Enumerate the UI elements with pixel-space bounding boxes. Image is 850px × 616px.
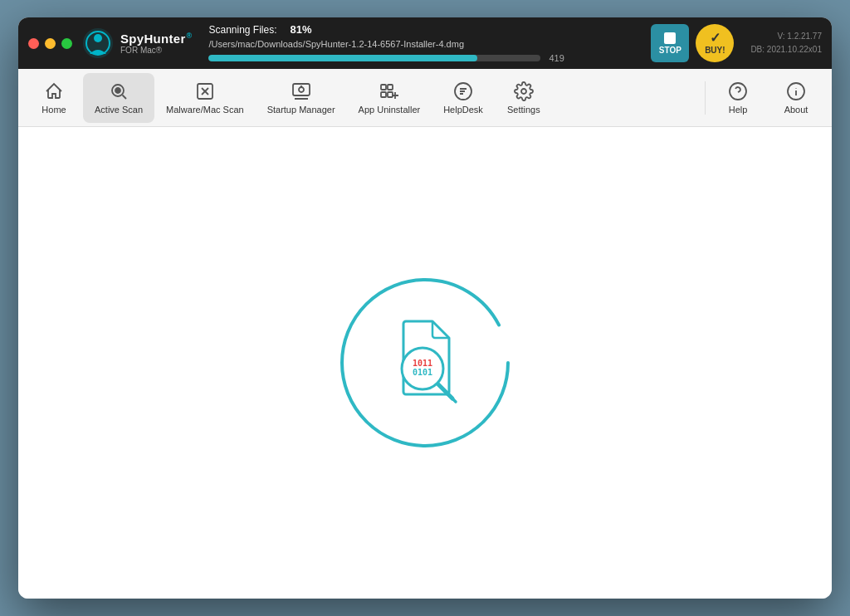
app-uninstaller-icon	[379, 81, 400, 102]
progress-bar-fill	[208, 55, 477, 61]
startup-manager-icon	[291, 81, 312, 102]
settings-icon	[513, 81, 535, 102]
nav-items-left: Home Active Scan	[25, 73, 701, 123]
version-info: V: 1.2.21.77 DB: 2021.10.22x01	[750, 30, 822, 56]
scan-percent: 81%	[291, 23, 312, 36]
scan-document-icon: 1011 0101	[371, 309, 479, 417]
svg-point-5	[115, 88, 120, 93]
svg-point-2	[94, 34, 102, 42]
scanning-label: Scanning Files:	[208, 24, 276, 36]
svg-rect-14	[381, 92, 386, 97]
titlebar-actions: STOP ✓ BUY! V: 1.2.21.77 DB: 2021.10.22x…	[651, 24, 822, 62]
helpdesk-icon	[452, 81, 474, 102]
scan-info: Scanning Files: 81% /Users/mac/Downloads…	[208, 20, 641, 66]
scan-path: /Users/mac/Downloads/SpyHunter-1.2-14-65…	[208, 39, 557, 49]
malware-scan-icon	[194, 81, 216, 102]
stop-label: STOP	[659, 46, 681, 55]
maximize-button[interactable]	[61, 38, 72, 49]
help-label: Help	[729, 105, 748, 115]
active-scan-label: Active Scan	[95, 105, 143, 115]
svg-line-4	[123, 95, 127, 100]
startup-manager-label: Startup Manager	[267, 105, 335, 115]
close-button[interactable]	[28, 38, 39, 49]
help-icon	[727, 81, 749, 102]
sidebar-item-home[interactable]: Home	[25, 73, 83, 123]
svg-point-10	[299, 87, 304, 92]
titlebar: SpyHunter® FOR Mac® Scanning Files: 81% …	[18, 17, 832, 69]
main-content: 1011 0101	[18, 127, 832, 599]
scan-visual: 1011 0101	[330, 267, 520, 458]
sidebar-item-help[interactable]: Help	[709, 73, 767, 123]
helpdesk-label: HelpDesk	[443, 105, 483, 115]
scan-icon-center: 1011 0101	[371, 309, 479, 417]
stop-icon	[664, 32, 676, 44]
spyhunter-logo-icon	[82, 27, 114, 59]
buy-button[interactable]: ✓ BUY!	[696, 24, 734, 62]
svg-point-21	[521, 89, 526, 94]
svg-rect-13	[388, 85, 393, 90]
version-text: V: 1.2.21.77	[750, 30, 822, 43]
home-icon	[43, 81, 65, 102]
db-text: DB: 2021.10.22x01	[750, 43, 822, 56]
scan-circle-outer: 1011 0101	[334, 271, 516, 454]
about-icon	[785, 81, 807, 102]
sidebar-item-app-uninstaller[interactable]: App Uninstaller	[347, 73, 432, 123]
svg-rect-15	[388, 92, 393, 97]
traffic-lights	[28, 38, 72, 49]
scan-count: 419	[549, 53, 564, 63]
app-window: SpyHunter® FOR Mac® Scanning Files: 81% …	[18, 17, 832, 599]
svg-point-22	[730, 83, 746, 100]
active-scan-icon	[108, 81, 129, 102]
settings-label: Settings	[507, 105, 540, 115]
buy-check-icon: ✓	[710, 32, 721, 45]
app-uninstaller-label: App Uninstaller	[359, 105, 421, 115]
svg-line-32	[450, 396, 456, 402]
logo-area: SpyHunter® FOR Mac®	[82, 27, 192, 59]
sidebar-item-about[interactable]: About	[767, 73, 825, 123]
malware-scan-label: Malware/Mac Scan	[166, 105, 244, 115]
about-label: About	[784, 105, 808, 115]
navbar: Home Active Scan	[18, 69, 832, 127]
stop-button[interactable]: STOP	[651, 24, 689, 62]
sidebar-item-settings[interactable]: Settings	[495, 73, 553, 123]
logo-text: SpyHunter® FOR Mac®	[120, 32, 192, 55]
minimize-button[interactable]	[45, 38, 56, 49]
logo-subtext: FOR Mac®	[120, 46, 192, 55]
sidebar-item-helpdesk[interactable]: HelpDesk	[432, 73, 495, 123]
nav-items-right: Help About	[709, 73, 825, 123]
sidebar-item-active-scan[interactable]: Active Scan	[83, 73, 154, 123]
svg-rect-12	[381, 85, 386, 90]
home-label: Home	[42, 105, 66, 115]
nav-divider	[705, 81, 706, 115]
sidebar-item-startup-manager[interactable]: Startup Manager	[256, 73, 347, 123]
svg-text:0101: 0101	[413, 368, 432, 377]
progress-bar-bg	[208, 55, 540, 61]
logo-name: SpyHunter	[120, 32, 186, 46]
svg-text:1011: 1011	[413, 359, 432, 368]
buy-label: BUY!	[705, 46, 725, 55]
sidebar-item-malware-scan[interactable]: Malware/Mac Scan	[154, 73, 256, 123]
